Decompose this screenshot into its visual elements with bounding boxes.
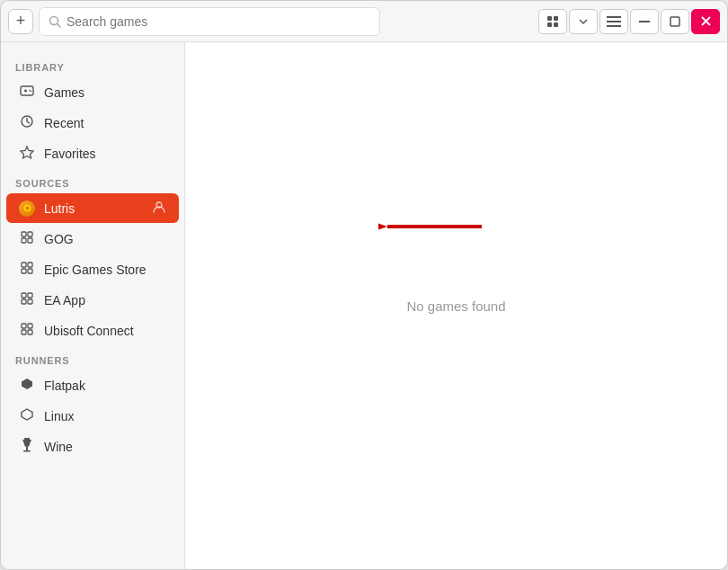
chevron-down-icon: [578, 16, 589, 27]
svg-rect-35: [22, 324, 26, 328]
recent-label: Recent: [44, 116, 166, 130]
svg-rect-23: [22, 232, 26, 236]
sidebar: Library Games: [1, 42, 185, 569]
flatpak-icon: [19, 377, 35, 394]
close-icon: [701, 16, 711, 26]
linux-icon: [19, 407, 35, 424]
svg-rect-3: [554, 16, 558, 21]
sidebar-item-favorites[interactable]: Favorites: [6, 138, 179, 168]
svg-rect-25: [22, 238, 26, 243]
svg-rect-42: [26, 447, 28, 450]
sidebar-item-epic[interactable]: Epic Games Store: [6, 254, 179, 284]
minimize-button[interactable]: [630, 9, 659, 34]
grid-view-button[interactable]: [538, 9, 567, 34]
lutris-icon: [19, 200, 35, 217]
titlebar-actions: [538, 9, 720, 34]
svg-point-17: [31, 91, 32, 93]
epic-label: Epic Games Store: [44, 263, 166, 277]
minimize-icon: [639, 21, 650, 22]
svg-marker-39: [22, 379, 32, 389]
content-area: No games found: [185, 42, 727, 569]
ea-label: EA App: [44, 293, 166, 307]
svg-line-1: [58, 23, 61, 27]
games-label: Games: [44, 85, 166, 100]
sidebar-item-lutris[interactable]: Lutris: [6, 193, 179, 223]
svg-rect-27: [22, 263, 26, 267]
close-button[interactable]: [691, 9, 720, 34]
sidebar-item-linux[interactable]: Linux: [6, 401, 179, 431]
hamburger-icon: [607, 16, 621, 27]
add-tab-button[interactable]: +: [8, 9, 33, 34]
svg-rect-37: [22, 330, 26, 334]
sidebar-item-ea[interactable]: EA App: [6, 285, 179, 315]
svg-rect-24: [28, 232, 32, 236]
sidebar-item-ubisoft[interactable]: Ubisoft Connect: [6, 316, 179, 345]
library-section-label: Library: [1, 53, 184, 76]
empty-state-label: No games found: [406, 298, 505, 314]
search-bar[interactable]: [39, 7, 380, 36]
svg-marker-40: [22, 409, 32, 420]
maximize-button[interactable]: [661, 9, 689, 34]
runners-section-label: Runners: [1, 346, 184, 370]
svg-rect-31: [22, 293, 26, 298]
svg-rect-26: [28, 238, 32, 243]
svg-rect-4: [547, 22, 552, 27]
view-dropdown-button[interactable]: [569, 9, 598, 34]
gog-icon: [19, 230, 35, 247]
svg-rect-43: [23, 450, 31, 452]
sources-section-label: Sources: [1, 169, 184, 192]
sidebar-item-wine[interactable]: Wine: [6, 432, 179, 461]
svg-rect-41: [24, 438, 30, 440]
svg-rect-29: [22, 269, 26, 273]
grid-view-icon: [546, 14, 560, 29]
favorites-icon: [19, 145, 35, 162]
app-window: +: [0, 0, 728, 570]
wine-label: Wine: [44, 440, 166, 454]
sidebar-item-recent[interactable]: Recent: [6, 108, 179, 138]
svg-rect-32: [28, 293, 32, 298]
recent-icon: [19, 114, 35, 131]
games-icon: [19, 84, 35, 101]
menu-button[interactable]: [599, 9, 628, 34]
ea-icon: [19, 291, 35, 308]
flatpak-label: Flatpak: [44, 379, 166, 393]
svg-point-16: [29, 90, 31, 92]
maximize-icon: [670, 16, 680, 27]
arrow-indicator: [378, 209, 486, 245]
gog-label: GOG: [44, 232, 166, 246]
search-icon: [49, 15, 61, 28]
svg-point-21: [25, 207, 29, 210]
svg-rect-5: [554, 22, 558, 27]
sidebar-item-gog[interactable]: GOG: [6, 224, 179, 254]
lutris-action[interactable]: [152, 200, 166, 217]
main-layout: Library Games: [1, 42, 727, 569]
svg-rect-38: [28, 330, 32, 334]
svg-rect-28: [28, 263, 32, 267]
sidebar-item-flatpak[interactable]: Flatpak: [6, 370, 179, 400]
ubisoft-icon: [19, 322, 35, 339]
epic-icon: [19, 261, 35, 278]
svg-rect-34: [28, 299, 32, 304]
svg-rect-30: [28, 269, 32, 273]
search-input[interactable]: [67, 14, 370, 29]
titlebar: +: [1, 1, 727, 42]
wine-icon: [19, 438, 35, 455]
sidebar-item-games[interactable]: Games: [6, 77, 179, 107]
ubisoft-label: Ubisoft Connect: [44, 324, 166, 338]
linux-label: Linux: [44, 409, 166, 423]
svg-rect-33: [22, 299, 26, 304]
svg-rect-10: [670, 17, 679, 26]
svg-rect-36: [28, 324, 32, 328]
lutris-label: Lutris: [44, 201, 143, 216]
svg-rect-2: [547, 16, 552, 21]
svg-marker-19: [21, 147, 33, 158]
favorites-label: Favorites: [44, 147, 166, 161]
